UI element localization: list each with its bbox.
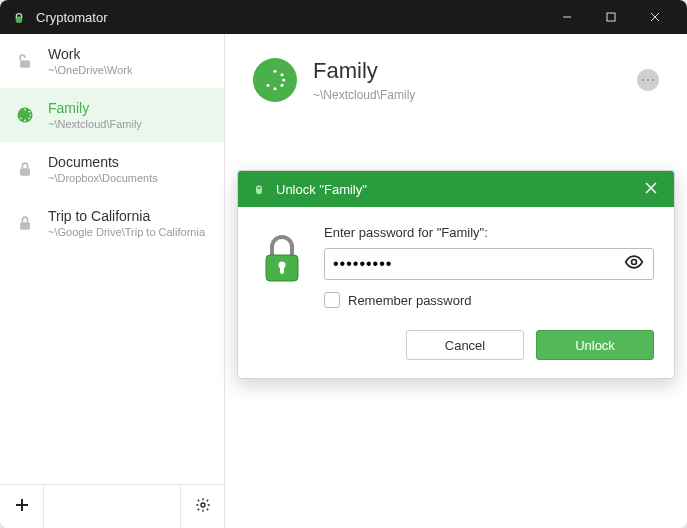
vault-list: Work ~\OneDrive\Work Family ~\Nextcloud\… xyxy=(0,34,224,484)
svg-point-20 xyxy=(282,78,285,81)
svg-point-12 xyxy=(20,118,22,120)
svg-rect-5 xyxy=(20,60,30,67)
svg-point-17 xyxy=(201,503,205,507)
dialog-prompt: Enter password for "Family": xyxy=(324,225,654,240)
sidebar-item-trip[interactable]: Trip to California ~\Google Drive\Trip t… xyxy=(0,196,224,250)
svg-point-23 xyxy=(266,84,269,87)
sidebar-item-path: ~\Google Drive\Trip to California xyxy=(48,226,205,238)
plus-icon xyxy=(14,495,30,518)
app-window: Cryptomator Work ~\OneDrive\Work xyxy=(0,0,687,528)
remember-checkbox[interactable] xyxy=(324,292,340,308)
titlebar: Cryptomator xyxy=(0,0,687,34)
svg-point-19 xyxy=(280,73,283,76)
eye-icon xyxy=(624,252,644,276)
password-field-wrapper xyxy=(324,248,654,280)
vault-name: Family xyxy=(313,58,415,84)
sidebar-footer xyxy=(0,484,224,528)
svg-point-10 xyxy=(28,118,30,120)
svg-point-22 xyxy=(273,87,276,90)
vault-header: Family ~\Nextcloud\Family ⋯ xyxy=(253,58,659,102)
cancel-button[interactable]: Cancel xyxy=(406,330,524,360)
lock-icon xyxy=(14,213,36,233)
sidebar-item-label: Work xyxy=(48,46,132,62)
spinner-icon xyxy=(14,105,36,125)
lock-icon xyxy=(258,233,306,308)
svg-point-9 xyxy=(30,114,32,116)
close-button[interactable] xyxy=(633,0,677,34)
maximize-button[interactable] xyxy=(589,0,633,34)
dialog-title: Unlock "Family" xyxy=(276,182,367,197)
svg-point-18 xyxy=(273,70,276,73)
lock-icon xyxy=(14,159,36,179)
close-icon xyxy=(645,182,657,197)
svg-rect-2 xyxy=(607,13,615,21)
svg-point-7 xyxy=(24,109,26,111)
sidebar-item-label: Family xyxy=(48,100,142,116)
svg-point-21 xyxy=(280,84,283,87)
add-vault-button[interactable] xyxy=(0,485,44,528)
sidebar-item-label: Trip to California xyxy=(48,208,205,224)
gear-icon xyxy=(195,495,211,518)
footer-spacer xyxy=(44,485,180,528)
sidebar-item-path: ~\Dropbox\Documents xyxy=(48,172,158,184)
more-button[interactable]: ⋯ xyxy=(637,69,659,91)
unlock-dialog: Unlock "Family" Enter password for "Fami… xyxy=(237,170,675,379)
content-area: Work ~\OneDrive\Work Family ~\Nextcloud\… xyxy=(0,34,687,528)
sidebar-item-path: ~\OneDrive\Work xyxy=(48,64,132,76)
dialog-close-button[interactable] xyxy=(640,178,662,200)
unlock-button[interactable]: Unlock xyxy=(536,330,654,360)
remember-label: Remember password xyxy=(348,293,472,308)
app-title: Cryptomator xyxy=(36,10,108,25)
spinner-icon xyxy=(253,58,297,102)
ellipsis-icon: ⋯ xyxy=(641,72,655,88)
svg-point-8 xyxy=(28,111,30,113)
sidebar-item-family[interactable]: Family ~\Nextcloud\Family xyxy=(0,88,224,142)
password-input[interactable] xyxy=(333,255,623,273)
sidebar-item-work[interactable]: Work ~\OneDrive\Work xyxy=(0,34,224,88)
svg-point-30 xyxy=(632,260,637,265)
svg-rect-29 xyxy=(280,266,284,274)
main-panel: Family ~\Nextcloud\Family ⋯ Unlock "Fami… xyxy=(225,34,687,528)
app-logo-icon xyxy=(10,8,28,26)
remember-row: Remember password xyxy=(324,292,654,308)
sidebar-item-documents[interactable]: Documents ~\Dropbox\Documents xyxy=(0,142,224,196)
svg-rect-14 xyxy=(20,222,30,230)
minimize-button[interactable] xyxy=(545,0,589,34)
sidebar-item-path: ~\Nextcloud\Family xyxy=(48,118,142,130)
vault-path: ~\Nextcloud\Family xyxy=(313,88,415,102)
app-logo-icon xyxy=(250,180,268,198)
lock-open-icon xyxy=(14,51,36,71)
settings-button[interactable] xyxy=(180,485,224,528)
dialog-footer: Cancel Unlock xyxy=(238,324,674,378)
svg-rect-13 xyxy=(20,168,30,176)
dialog-titlebar: Unlock "Family" xyxy=(238,171,674,207)
svg-point-11 xyxy=(24,120,26,122)
sidebar-item-label: Documents xyxy=(48,154,158,170)
reveal-password-button[interactable] xyxy=(623,252,645,276)
sidebar: Work ~\OneDrive\Work Family ~\Nextcloud\… xyxy=(0,34,225,528)
